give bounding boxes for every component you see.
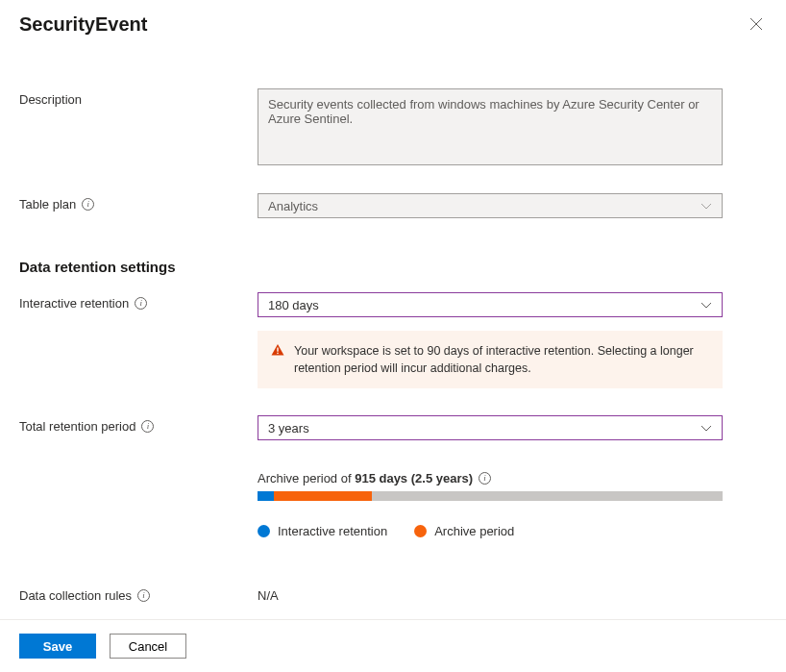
close-button[interactable] [746,13,767,37]
interactive-retention-select[interactable]: 180 days [258,292,723,317]
retention-warning: Your workspace is set to 90 days of inte… [258,331,723,388]
retention-bar-archive [274,491,372,501]
legend-archive: Archive period [414,524,514,538]
data-collection-value: N/A [258,588,279,603]
interactive-retention-label: Interactive retention [19,296,129,311]
svg-rect-0 [277,348,278,352]
page-title: SecurityEvent [19,13,147,36]
legend-interactive: Interactive retention [258,524,387,538]
description-textarea: Security events collected from windows m… [258,88,723,165]
chevron-down-icon [700,199,712,213]
chevron-down-icon [700,421,712,436]
info-icon[interactable]: i [135,297,147,310]
table-plan-select: Analytics [258,193,723,218]
close-icon [749,17,763,31]
archive-period-label: Archive period of 915 days (2.5 years) i [258,471,723,485]
cancel-button[interactable]: Cancel [110,634,186,659]
svg-rect-1 [277,353,278,354]
dot-icon [414,525,427,537]
total-retention-select[interactable]: 3 years [258,415,723,440]
info-icon[interactable]: i [137,589,150,602]
retention-settings-heading: Data retention settings [19,259,767,275]
retention-bar-interactive [258,491,274,501]
description-label: Description [19,92,82,107]
save-button[interactable]: Save [19,634,96,659]
data-collection-label: Data collection rules [19,588,132,603]
total-retention-value: 3 years [268,421,309,436]
table-plan-value: Analytics [268,199,318,213]
dot-icon [258,525,270,537]
info-icon[interactable]: i [141,420,154,433]
interactive-retention-value: 180 days [268,298,319,312]
retention-bar [258,491,723,501]
total-retention-label: Total retention period [19,419,135,434]
info-icon[interactable]: i [82,198,94,211]
warning-text: Your workspace is set to 90 days of inte… [294,342,709,377]
chevron-down-icon [700,298,712,312]
warning-icon [271,343,284,360]
table-plan-label: Table plan [19,197,76,212]
info-icon[interactable]: i [479,472,491,485]
